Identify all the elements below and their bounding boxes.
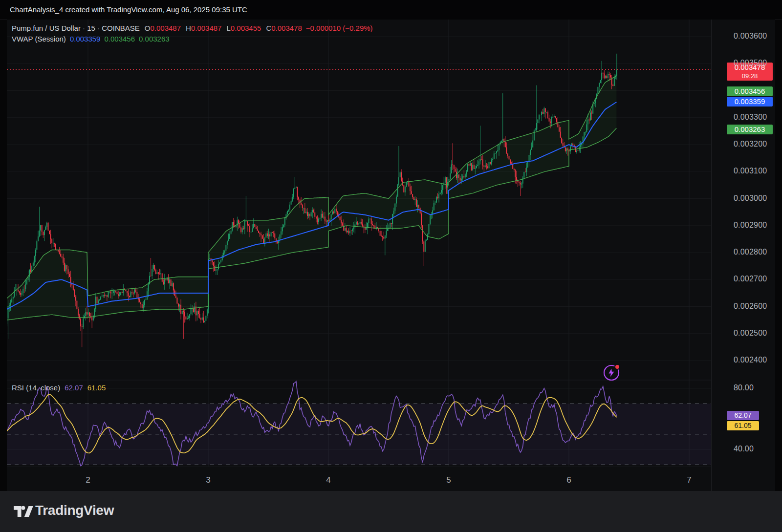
brand-wordmark[interactable]: TradingView <box>35 503 114 518</box>
price-label-0.002500: 0.002500 <box>734 329 767 338</box>
vwap-badge: 0.003359 <box>727 97 773 106</box>
symbol-legend[interactable]: Pump.fun / US Dollar · 15 · COINBASE O0.… <box>12 23 373 44</box>
rsi-axis-label-40.00: 40.00 <box>734 445 754 453</box>
ohlc-close: C0.003478 <box>265 23 302 34</box>
rsi-legend[interactable]: RSI (14, close) 62.07 61.05 <box>12 383 106 392</box>
price-label-0.003200: 0.003200 <box>734 140 767 149</box>
vwap-lower-value: 0.003263 <box>139 34 170 44</box>
rsi-ma-badge: 61.05 <box>727 421 759 430</box>
vwap-lower-badge: 0.003263 <box>727 125 773 134</box>
price-label-0.003100: 0.003100 <box>734 167 767 175</box>
lightning-bolt-icon <box>609 369 614 377</box>
chart-canvas[interactable] <box>7 20 711 467</box>
price-change: −0.000010 (−0.29%) <box>306 23 373 34</box>
price-label-0.002400: 0.002400 <box>734 356 767 364</box>
time-label-5: 5 <box>446 475 451 485</box>
price-axis[interactable]: 0.003478 09:28 0.003456 0.003359 0.00326… <box>711 20 776 491</box>
rsi-ma-value: 61.05 <box>87 383 106 392</box>
time-label-2: 2 <box>86 475 90 485</box>
price-label-0.003600: 0.003600 <box>734 32 767 41</box>
tradingview-logo-icon[interactable] <box>14 504 33 519</box>
time-axis[interactable]: 234567 <box>7 467 711 491</box>
price-label-0.002700: 0.002700 <box>734 275 767 283</box>
chart-widget: Pump.fun / US Dollar · 15 · COINBASE O0.… <box>7 20 775 491</box>
price-label-0.002600: 0.002600 <box>734 302 767 311</box>
time-label-6: 6 <box>566 475 571 485</box>
price-label-0.002800: 0.002800 <box>734 248 767 256</box>
time-label-4: 4 <box>326 475 330 485</box>
rsi-badge: 62.07 <box>727 411 759 420</box>
page-title: ChartAnalysis_4 created with TradingView… <box>10 5 247 14</box>
vwap-upper-badge: 0.003456 <box>727 86 773 96</box>
rsi-label: RSI (14, close) <box>12 383 60 392</box>
ohlc-high: H0.003487 <box>185 23 221 34</box>
time-label-3: 3 <box>206 475 210 485</box>
vwap-label: VWAP (Session) <box>12 34 66 44</box>
price-label-0.002900: 0.002900 <box>734 221 767 230</box>
time-label-7: 7 <box>687 475 691 485</box>
symbol-row: Pump.fun / US Dollar · 15 · COINBASE O0.… <box>12 23 373 34</box>
ohlc-low: L0.003455 <box>225 23 261 34</box>
price-label-0.003000: 0.003000 <box>734 194 767 203</box>
rsi-axis-label-80.00: 80.00 <box>734 383 754 392</box>
price-label-0.003500: 0.003500 <box>734 59 767 67</box>
vwap-upper-value: 0.003456 <box>104 34 135 44</box>
price-label-0.003300: 0.003300 <box>734 113 767 122</box>
vwap-row: VWAP (Session) 0.003359 0.003456 0.00326… <box>12 34 373 44</box>
flash-events-icon[interactable] <box>601 362 624 384</box>
title-bar: ChartAnalysis_4 created with TradingView… <box>0 0 782 20</box>
last-price-time: 09:28 <box>727 72 773 81</box>
rsi-value: 62.07 <box>65 383 83 392</box>
notification-dot <box>615 364 620 369</box>
vwap-value: 0.003359 <box>70 34 101 44</box>
footer: TradingView <box>0 491 782 532</box>
symbol-title: Pump.fun / US Dollar · 15 · COINBASE <box>12 23 140 34</box>
vwap-upper-band-line <box>7 76 616 298</box>
ohlc-open: O0.003487 <box>144 23 181 34</box>
